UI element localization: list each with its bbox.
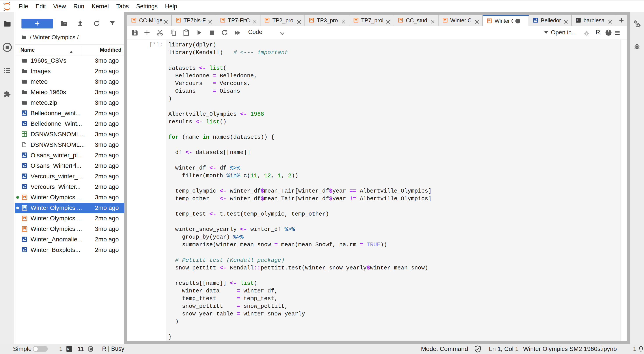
svg-text:$: $ [576, 19, 578, 22]
svg-text:$: $ [67, 348, 69, 351]
